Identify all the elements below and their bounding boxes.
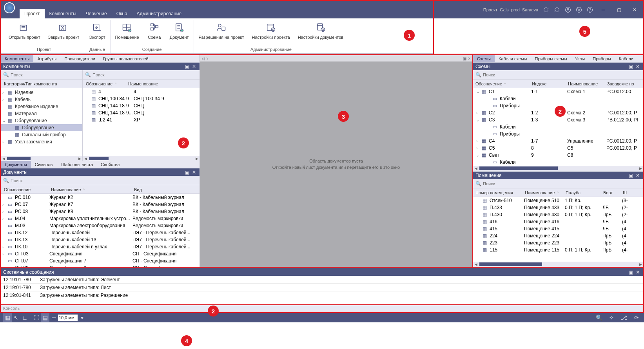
table-row[interactable]: ⌄▦Свет9С8 xyxy=(473,152,643,159)
tree-row[interactable]: ⌄▦Оборудование xyxy=(1,117,82,124)
schemas-table[interactable]: ⌄▦С11-1Схема 1РС.0012.00▭Кабели▭Приборы›… xyxy=(473,88,643,166)
dropdown-icon[interactable]: ▾ xyxy=(78,313,86,322)
col-schema-name[interactable]: Наименование xyxy=(566,80,605,87)
close-project-button[interactable]: Закрыть проект xyxy=(46,20,82,46)
rooms-h-scroll[interactable]: ◀▶ xyxy=(473,262,643,267)
table-row[interactable]: ▦416Помещение 416ЛБ(4- xyxy=(473,218,643,225)
dock-icon[interactable]: ▣ xyxy=(628,269,634,275)
table-row[interactable]: ▭Кабели xyxy=(473,123,643,130)
expander-icon[interactable]: › xyxy=(2,245,7,249)
expander-icon[interactable]: ⌄ xyxy=(476,153,481,157)
col-room-sh[interactable]: Ш xyxy=(620,189,643,196)
close-panel-icon[interactable]: ✕ xyxy=(635,172,641,179)
col-schema-index[interactable]: Индекс xyxy=(530,80,566,87)
col-schema-desig[interactable]: Обозначение xyxy=(473,80,530,87)
window-close[interactable]: ✕ xyxy=(629,6,640,14)
expander-icon[interactable]: › xyxy=(476,111,481,115)
tree-row[interactable]: ›▦Узел заземления xyxy=(1,138,82,145)
list-search-input[interactable] xyxy=(93,72,197,77)
branch-icon[interactable]: ⎇ xyxy=(620,313,628,322)
schema-button[interactable]: Схема xyxy=(145,20,164,46)
col-doc-desig[interactable]: Обозначение xyxy=(1,186,48,193)
search-status-icon[interactable]: 🔍 xyxy=(595,313,603,322)
close-panel-icon[interactable]: ✕ xyxy=(191,63,197,70)
table-row[interactable]: ▭ПК.12Перечень кабелейПЭ7 - Перечень каб… xyxy=(1,229,200,236)
expander-icon[interactable]: ⌄ xyxy=(476,90,481,94)
center-restore-icon[interactable]: ▣ xyxy=(463,56,466,61)
dock-icon[interactable]: ▣ xyxy=(184,63,190,70)
tab-manufacturers[interactable]: Производители xyxy=(60,55,99,62)
table-row[interactable]: ▭Кабели xyxy=(473,95,643,102)
tab-schemas[interactable]: Схемы xyxy=(473,55,495,62)
table-row[interactable]: ▦П.433Помещение 4330.П; 1.П; Кр.ЛБ(2- xyxy=(473,204,643,211)
close-panel-icon[interactable]: ✕ xyxy=(635,63,641,70)
rooms-table[interactable]: ▦Отсек-510Помещение 5101.П; Кр.(3-▦П.433… xyxy=(473,197,643,262)
list-item[interactable]: ▤Ш2-41ХР xyxy=(83,116,200,123)
export-button[interactable]: Экспорт xyxy=(87,20,107,46)
tab-documents[interactable]: Документы xyxy=(1,161,31,168)
window-maximize[interactable]: ▢ xyxy=(613,6,624,14)
tab-usergroups[interactable]: Группы пользователей xyxy=(99,55,152,62)
table-row[interactable]: ▭М.03Маркировка электрооборудованияВедом… xyxy=(1,222,200,229)
table-row[interactable]: ▭Приборы xyxy=(473,130,643,137)
expander-icon[interactable]: › xyxy=(2,210,7,214)
table-row[interactable]: ›▭РС.07Журнал К7ВК - Кабельный журнал xyxy=(1,201,200,208)
open-project-button[interactable]: Открыть проект xyxy=(6,20,43,46)
snap-icon[interactable]: ⛶ xyxy=(32,313,41,322)
table-row[interactable]: ›▭РС.08Журнал К8ВК - Кабельный журнал xyxy=(1,208,200,215)
list-item[interactable]: ▤СНЦ 144-18-9СНЦ xyxy=(83,102,200,109)
refresh-ccw-icon[interactable] xyxy=(543,7,549,13)
table-row[interactable]: ›▦С41-7УправлениеРС.0012.00; Р xyxy=(473,137,643,145)
table-row[interactable]: ▭СП.07Спецификация 7СП - Спецификация xyxy=(1,257,200,264)
refresh-cw-icon[interactable] xyxy=(554,7,560,13)
table-row[interactable]: ▭ПК.13Перечень кабелей 13ПЭ7 - Перечень … xyxy=(1,236,200,243)
col-designation[interactable]: Обозначение xyxy=(83,80,125,87)
tab-sheet-templates[interactable]: Шаблоны листа xyxy=(57,161,97,168)
menu-admin[interactable]: Администрирование xyxy=(132,9,186,18)
tree-h-scroll[interactable]: ◀▶ xyxy=(1,156,82,161)
table-row[interactable]: ▭Кабели xyxy=(473,159,643,166)
menu-windows[interactable]: Окна xyxy=(112,9,132,18)
document-settings-button[interactable]: Настройки документов xyxy=(296,20,346,46)
nav-prev-icon[interactable]: ◁ xyxy=(201,56,205,61)
console-input[interactable]: Консоль xyxy=(0,305,644,313)
close-panel-icon[interactable]: ✕ xyxy=(635,269,641,275)
grid-icon[interactable]: ▦ xyxy=(3,313,12,322)
rect-icon[interactable]: ▭ xyxy=(49,313,58,322)
tree-row[interactable]: ›▦Кабель xyxy=(1,96,82,103)
col-schema-factory[interactable]: Заводские но xyxy=(605,80,643,87)
docs-search-input[interactable] xyxy=(11,178,197,183)
col-doc-kind[interactable]: Вид xyxy=(131,186,145,193)
target-icon[interactable]: ✧ xyxy=(607,313,616,322)
list-item[interactable]: ▤44 xyxy=(83,88,200,95)
dock-icon[interactable]: ▣ xyxy=(628,172,634,179)
list-h-scroll[interactable]: ◀▶ xyxy=(83,156,200,161)
gear-icon[interactable] xyxy=(576,7,582,13)
expander-icon[interactable]: › xyxy=(2,203,7,207)
expander-icon[interactable]: › xyxy=(2,217,7,221)
window-minimize[interactable]: ─ xyxy=(598,6,609,14)
room-button[interactable]: Помещение xyxy=(113,20,141,46)
tab-devices[interactable]: Приборы xyxy=(589,55,615,62)
nav-next-icon[interactable]: ▷ xyxy=(206,56,209,61)
tab-properties[interactable]: Свойства xyxy=(97,161,123,168)
expander-icon[interactable]: ⌄ xyxy=(476,118,481,122)
menu-project[interactable]: Проект xyxy=(20,9,45,18)
help-icon[interactable] xyxy=(587,7,593,13)
table-row[interactable]: ▦223Помещение 223ПрБ(4- xyxy=(473,239,643,246)
tab-cables[interactable]: Кабели xyxy=(615,55,637,62)
tree-row[interactable]: ▦Крепёжное изделие xyxy=(1,103,82,110)
tab-symbols[interactable]: Символы xyxy=(31,161,58,168)
tab-attributes[interactable]: Атрибуты xyxy=(33,55,60,62)
tab-components[interactable]: Компоненты xyxy=(1,55,33,62)
menu-drawing[interactable]: Черчение xyxy=(81,9,112,18)
project-settings-button[interactable]: Настройки проекта xyxy=(249,20,292,46)
dock-icon[interactable]: ▣ xyxy=(184,169,190,175)
dock-icon[interactable]: ▣ xyxy=(628,63,634,70)
documents-list[interactable]: ▭РС.010Журнал К2ВК - Кабельный журнал›▭Р… xyxy=(1,194,200,267)
document-button[interactable]: Документ xyxy=(167,20,191,46)
user-icon[interactable] xyxy=(565,7,571,13)
table-row[interactable]: ▦Отсек-510Помещение 5101.П; Кр.(3- xyxy=(473,197,643,204)
table-row[interactable]: ▦224Помещение 224ПрБ(4- xyxy=(473,232,643,239)
tab-schema-cables[interactable]: Кабели схемы xyxy=(495,55,531,62)
